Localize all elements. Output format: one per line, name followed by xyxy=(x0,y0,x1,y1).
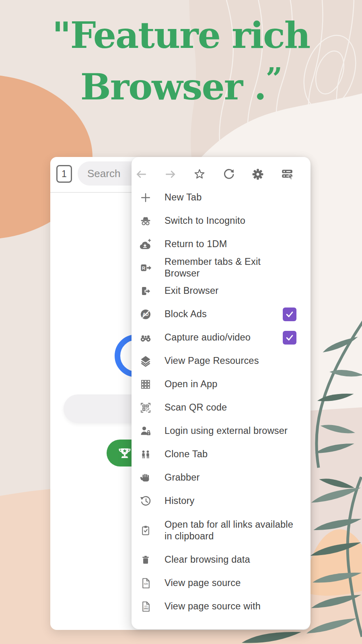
grid-apps-icon xyxy=(140,378,152,390)
hero-line-1: "Feature rich xyxy=(0,11,362,59)
menu-item-capture-media[interactable]: Capture audio/video xyxy=(132,326,311,349)
binoculars-icon xyxy=(140,332,152,344)
clone-people-icon xyxy=(140,448,152,460)
menu-item-view-source[interactable]: </> View page source xyxy=(132,572,311,595)
menu-item-label: Scan QR code xyxy=(165,402,227,413)
menu-item-label: Block Ads xyxy=(165,308,207,320)
menu-item-block-ads[interactable]: AD Block Ads xyxy=(132,303,311,326)
file-code-3rd-icon: </>3RD xyxy=(140,601,152,613)
menu-item-open-in-app[interactable]: Open in App xyxy=(132,373,311,396)
menu-item-return-1dm[interactable]: Return to 1DM xyxy=(132,233,311,256)
menu-item-exit-browser[interactable]: Exit Browser xyxy=(132,279,311,303)
back-arrow-icon[interactable] xyxy=(135,168,148,181)
menu-item-history[interactable]: History xyxy=(132,489,311,513)
menu-item-view-source-with[interactable]: </>3RD View page source with xyxy=(132,595,311,618)
bookmark-star-icon[interactable] xyxy=(193,168,206,181)
menu-item-label: Switch to Incognito xyxy=(165,215,245,227)
menu-item-scan-qr[interactable]: Scan QR code xyxy=(132,396,311,419)
exit-icon xyxy=(140,285,152,297)
forward-arrow-icon[interactable] xyxy=(164,168,177,181)
closing-quote: ” xyxy=(266,61,282,95)
menu-item-list: New Tab Switch to Incognito Return to 1D… xyxy=(132,185,311,618)
menu-item-label: History xyxy=(165,495,195,507)
svg-text:</>: </> xyxy=(144,582,148,585)
fist-icon xyxy=(140,472,152,484)
menu-item-label: Exit Browser xyxy=(165,285,218,297)
menu-toolbar-row xyxy=(132,157,311,185)
incognito-icon xyxy=(140,215,152,227)
history-clock-icon xyxy=(140,495,152,507)
menu-item-clipboard-links[interactable]: Open tab for all links available in clip… xyxy=(132,513,311,548)
search-placeholder: Search xyxy=(87,167,120,180)
menu-item-label: View Page Resources xyxy=(165,355,259,367)
menu-item-login-external[interactable]: Login using external browser xyxy=(132,419,311,443)
menu-item-label: Clone Tab xyxy=(165,448,208,460)
clipboard-check-icon xyxy=(140,524,152,537)
menu-item-label: Open tab for all links available in clip… xyxy=(165,519,296,543)
capture-media-checkbox[interactable] xyxy=(283,331,296,345)
sponsor-servers-icon[interactable] xyxy=(281,168,294,181)
trash-icon xyxy=(140,554,152,566)
menu-item-page-resources[interactable]: View Page Resources xyxy=(132,349,311,373)
menu-item-new-tab[interactable]: New Tab xyxy=(132,186,311,209)
block-ads-checkbox[interactable] xyxy=(283,308,296,321)
menu-item-label: Clear browsing data xyxy=(165,554,250,566)
browser-overflow-menu: New Tab Switch to Incognito Return to 1D… xyxy=(132,157,311,629)
svg-text:R: R xyxy=(142,266,146,270)
menu-item-remember-exit[interactable]: R Remember tabs & Exit Browser xyxy=(132,256,311,279)
trophy-icon xyxy=(116,445,133,462)
qr-code-icon xyxy=(140,402,152,414)
svg-text:</>: </> xyxy=(144,605,148,607)
menu-item-label: Remember tabs & Exit Browser xyxy=(165,256,296,280)
menu-item-clone-tab[interactable]: Clone Tab xyxy=(132,443,311,466)
hero-line-2: Browser .” xyxy=(0,59,362,111)
new-tab-icon xyxy=(140,192,152,204)
settings-gear-icon[interactable] xyxy=(251,168,264,181)
remember-exit-icon: R xyxy=(140,262,152,274)
menu-item-incognito[interactable]: Switch to Incognito xyxy=(132,209,311,233)
menu-item-label: Return to 1DM xyxy=(165,238,227,250)
menu-item-label: Capture audio/video xyxy=(165,332,251,343)
menu-item-label: New Tab xyxy=(165,192,202,203)
person-lock-icon xyxy=(140,425,152,437)
menu-item-label: Login using external browser xyxy=(165,425,288,437)
layers-icon xyxy=(140,355,152,367)
cloud-download-icon xyxy=(140,238,152,250)
menu-item-label: Open in App xyxy=(165,378,218,390)
block-ads-icon: AD xyxy=(140,308,152,320)
menu-item-grabber[interactable]: Grabber xyxy=(132,466,311,489)
tab-counter[interactable]: 1 xyxy=(56,165,72,183)
check-icon xyxy=(284,309,295,320)
svg-text:3RD: 3RD xyxy=(144,607,148,610)
check-icon xyxy=(284,332,295,343)
menu-item-label: View page source with xyxy=(165,601,261,612)
menu-item-clear-data[interactable]: Clear browsing data xyxy=(132,548,311,572)
menu-item-label: Grabber xyxy=(165,472,200,483)
refresh-icon[interactable] xyxy=(222,168,235,181)
hero-quote: "Feature rich Browser .” xyxy=(0,11,362,111)
menu-item-label: View page source xyxy=(165,577,241,589)
svg-text:AD: AD xyxy=(142,312,149,317)
file-code-icon: </> xyxy=(140,577,152,589)
